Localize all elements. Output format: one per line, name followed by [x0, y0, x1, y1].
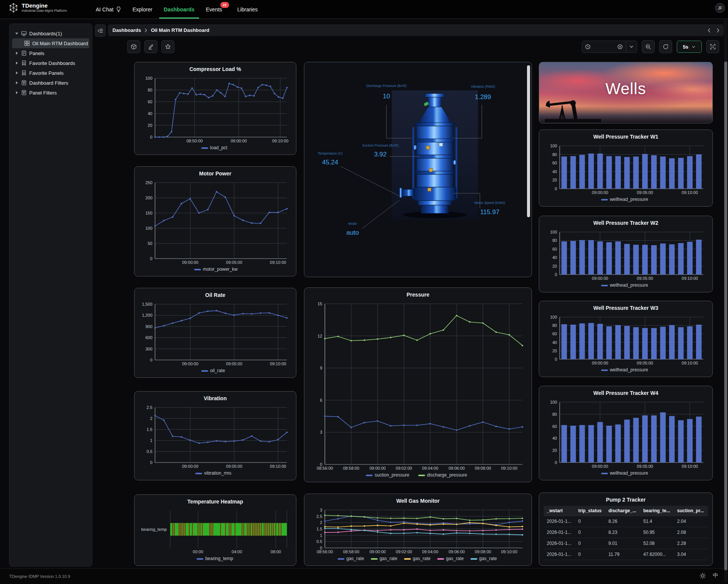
well-pressure-w3-chart: 02040608010009:00:0009:05:0009:10:00well…: [543, 314, 709, 374]
table-column-header[interactable]: trip_status: [575, 506, 605, 516]
nav-events[interactable]: Events 22: [205, 0, 223, 19]
panel-temperature-heatmap[interactable]: Temperature Heatmap 00:0004:0008:00beari…: [134, 494, 296, 566]
nav-libraries-label: Libraries: [237, 6, 258, 13]
svg-text:vibration_rms: vibration_rms: [204, 470, 231, 476]
panel-well-gas-monitor[interactable]: Well Gas Monitor 00.511.522.5308:56:0008…: [304, 494, 532, 566]
panel-motor-power[interactable]: Motor Power 05010015020025009:00:0009:05…: [134, 166, 296, 276]
view-3d-button[interactable]: [127, 40, 140, 53]
sidebar-item-label: Panel Filters: [29, 90, 57, 96]
svg-text:09:08:00: 09:08:00: [475, 549, 491, 554]
zoom-out-button[interactable]: [642, 40, 655, 53]
caret-right-icon[interactable]: [15, 91, 18, 94]
panel-well-pressure-w2[interactable]: Well Pressure Tracker W2 02040608010009:…: [539, 216, 713, 292]
svg-text:09:05:00: 09:05:00: [637, 276, 653, 281]
caret-right-icon[interactable]: [15, 81, 18, 84]
table-column-header[interactable]: suction_pr...: [674, 506, 708, 516]
favorite-bookmark-icon: [21, 70, 27, 76]
panel-well-pressure-w3[interactable]: Well Pressure Tracker W3 02040608010009:…: [539, 301, 713, 377]
panel-toolbar: [127, 40, 174, 53]
svg-text:0: 0: [150, 135, 152, 139]
oil-rate-chart: 03006009001,2001,50009:00:0009:05:0009:1…: [138, 301, 292, 375]
svg-text:08:58:00: 08:58:00: [343, 466, 359, 470]
nav-dashboards[interactable]: Dashboards: [163, 0, 195, 19]
panel-pressure[interactable]: Pressure 0369121508:56:0008:58:0009:00:0…: [304, 287, 532, 482]
table-row[interactable]: 2026-01-1...08.2350.952.08: [544, 527, 708, 538]
chart-title: Well Gas Monitor: [304, 498, 532, 504]
chart-title: Temperature Heatmap: [135, 499, 296, 505]
panel-pump-3d[interactable]: Discharge Pressure (BAR) 10 Vibration (R…: [304, 62, 532, 277]
panel-well-pressure-w1[interactable]: Well Pressure Tracker W1 02040608010009:…: [539, 129, 713, 207]
filter-icon: [21, 90, 27, 96]
temperature-heatmap-chart: 00:0004:0008:00bearing_tempbearing_temp: [138, 508, 292, 563]
sidebar-item-dashboards-group[interactable]: Dashboards(1): [12, 28, 89, 38]
chevron-down-icon[interactable]: [629, 44, 634, 49]
events-count-badge: 22: [220, 2, 229, 8]
panel-pump2-tracker[interactable]: Pump 2 Tracker _wstarttrip_statusdischar…: [539, 492, 713, 566]
svg-text:12: 12: [318, 334, 322, 338]
table-cell: 0: [575, 527, 605, 538]
user-avatar[interactable]: JF: [715, 3, 725, 13]
svg-text:09:10:00: 09:10:00: [501, 466, 518, 470]
edit-dashboard-button[interactable]: [144, 40, 157, 53]
page-scrollbar[interactable]: [724, 20, 727, 582]
nav-libraries[interactable]: Libraries: [237, 0, 259, 19]
breadcrumb-dashboards[interactable]: Dashboards: [112, 27, 141, 33]
metric-discharge-pressure: Discharge Pressure (BAR) 10: [366, 84, 407, 100]
sidebar-item-label: Dashboard Filters: [29, 80, 68, 86]
refresh-interval-select[interactable]: 5s: [677, 41, 702, 53]
page-scrollbar-thumb[interactable]: [724, 62, 727, 570]
pump-panel-scrollbar[interactable]: [527, 65, 530, 217]
favorite-dashboard-button[interactable]: [161, 40, 174, 53]
chart-title: Pressure: [304, 292, 532, 298]
svg-text:09:10:00: 09:10:00: [270, 260, 286, 265]
metric-label: Suction Pressure (BAR): [362, 144, 399, 147]
theme-sun-icon[interactable]: [700, 573, 706, 579]
svg-text:08:56:00: 08:56:00: [317, 466, 333, 470]
table-row[interactable]: 2026-01-1...08.2651.42.04: [544, 516, 708, 527]
language-toggle[interactable]: 中: [713, 572, 718, 579]
next-dashboard-icon[interactable]: [716, 28, 720, 33]
caret-right-icon[interactable]: [15, 71, 18, 74]
panel-compressor-load[interactable]: Compressor Load % 02040608010008:50:0009…: [134, 62, 296, 155]
sidebar-item-panels[interactable]: Panels: [12, 48, 89, 58]
sidebar-item-oil-main-rtm-dashboard[interactable]: Oil Main RTM Dashboard: [12, 38, 89, 48]
time-range-input[interactable]: [582, 41, 637, 53]
nav-explorer[interactable]: Explorer: [132, 0, 153, 19]
caret-right-icon[interactable]: [15, 62, 18, 65]
refresh-interval-value: 5s: [683, 44, 688, 50]
brand-name: TDengine: [22, 2, 67, 9]
panel-well-pressure-w4[interactable]: Well Pressure Tracker W4 02040608010009:…: [539, 386, 713, 480]
sidebar-item-favorite-panels[interactable]: Favorite Panels: [12, 68, 89, 78]
clear-icon[interactable]: [617, 44, 623, 49]
sidebar-item-panel-filters[interactable]: Panel Filters: [12, 88, 89, 98]
version-label: TDengine IDMP Version 1.0.10.9: [9, 574, 70, 579]
svg-text:9: 9: [320, 366, 322, 370]
grid-icon: [24, 41, 30, 46]
refresh-button[interactable]: [659, 40, 672, 53]
table-column-header[interactable]: bearing_te...: [640, 506, 674, 516]
svg-text:40: 40: [552, 436, 557, 440]
caret-right-icon[interactable]: [15, 52, 18, 55]
panel-vibration[interactable]: Vibration 00.511.522.509:00:0009:05:0009…: [134, 391, 296, 480]
prev-dashboard-icon[interactable]: [707, 28, 711, 33]
svg-text:wellhead_pressure: wellhead_pressure: [609, 470, 648, 476]
sidebar-item-favorite-dashboards[interactable]: Favorite Dashboards: [12, 58, 89, 68]
table-column-header[interactable]: discharge_...: [605, 506, 640, 516]
fullscreen-button[interactable]: [706, 40, 719, 53]
svg-text:100: 100: [550, 144, 557, 148]
tdengine-logo-icon: [8, 3, 19, 13]
svg-text:0.5: 0.5: [317, 539, 322, 544]
table-column-header[interactable]: _wstart: [544, 506, 575, 516]
table-row[interactable]: 2026-01-1...011.7947.62000...3.04: [544, 549, 708, 560]
sidebar-collapse-button[interactable]: [95, 24, 106, 37]
nav-ai-chat[interactable]: AI Chat: [95, 0, 122, 19]
brand[interactable]: TDengine Industrial Data Mgmt Platform: [8, 2, 67, 13]
panel-oil-rate[interactable]: Oil Rate 03006009001,2001,50009:00:0009:…: [134, 288, 296, 378]
table-row[interactable]: 2026-01-1...09.0152.082.28: [544, 538, 708, 549]
metric-label: Temperature (C): [318, 152, 343, 155]
caret-down-icon[interactable]: [15, 33, 18, 35]
panel-wells-image[interactable]: Wells: [539, 62, 713, 123]
svg-text:900: 900: [146, 324, 152, 329]
svg-text:09:00:00: 09:00:00: [369, 466, 386, 470]
sidebar-item-dashboard-filters[interactable]: Dashboard Filters: [12, 78, 89, 88]
